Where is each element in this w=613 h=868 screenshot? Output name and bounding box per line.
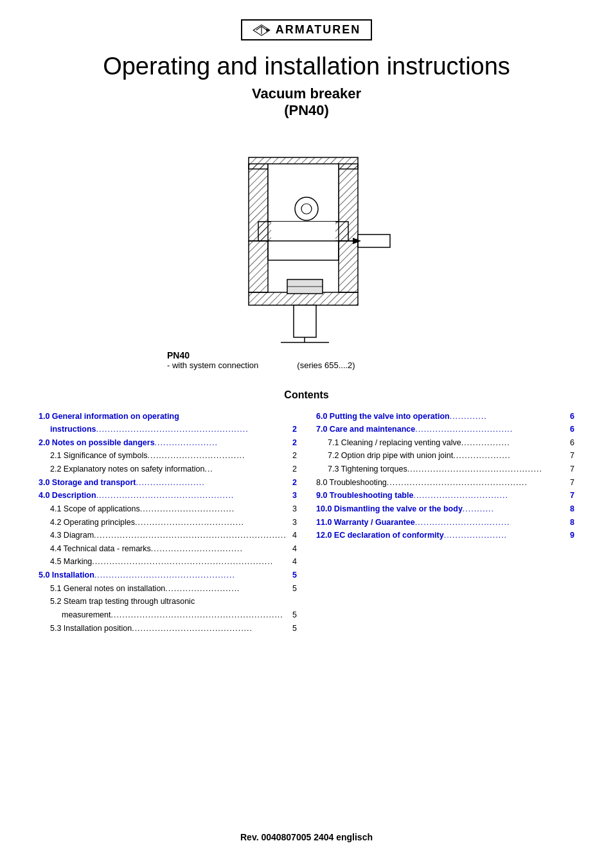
toc-item-12[interactable]: 12.0 EC declaration of conformity ......…	[316, 529, 574, 542]
toc-item-4-2: 4.2 Operating principles ...............…	[39, 516, 297, 529]
toc-dots-7-2: ....................	[453, 449, 565, 463]
toc-label-4: 4.0 Description	[39, 489, 96, 502]
sub-title: Vacuum breaker	[252, 85, 361, 102]
toc-page-7-3: 7	[565, 463, 574, 476]
toc-label-10: 10.0 Dismantling the valve or the body	[316, 502, 463, 516]
toc-label-7-3: 7.3 Tightening torques	[328, 463, 407, 476]
toc-item-2-2: 2.2 Explanatory notes on safety informat…	[39, 463, 297, 476]
toc-dots-9: .................................	[413, 489, 565, 502]
toc-grid: 1.0 General information on operating ins…	[39, 410, 574, 635]
toc-label-2-2: 2.2 Explanatory notes on safety informat…	[50, 463, 204, 476]
toc-page-4-1: 3	[288, 502, 297, 516]
toc-page-4-3: 4	[288, 529, 297, 542]
toc-dots-2-1: ..................................	[147, 449, 288, 463]
toc-dots-8: ........................................…	[387, 476, 565, 490]
svg-rect-18	[294, 305, 316, 337]
toc-page-2-1: 2	[288, 449, 297, 463]
toc-dots-12: ......................	[444, 529, 565, 542]
toc-label-9: 9.0 Troubleshooting table	[316, 489, 413, 502]
product-description: - with system connection (series 655....…	[167, 360, 574, 370]
toc-dots-4: ........................................…	[96, 489, 288, 502]
svg-rect-12	[358, 235, 390, 247]
diagram-area	[210, 138, 403, 344]
toc-page-4-5: 4	[288, 555, 297, 569]
toc-dots-4-2: ......................................	[135, 516, 288, 529]
toc-label-4-5: 4.5 Marking	[50, 555, 92, 569]
toc-label-5: 5.0 Installation	[39, 569, 94, 582]
toc-label-5-1: 5.1 General notes on installation	[50, 582, 165, 596]
toc-item-4-3: 4.3 Diagram ............................…	[39, 529, 297, 542]
toc-page-4-4: 4	[288, 542, 297, 556]
toc-item-3[interactable]: 3.0 Storage and transport ..............…	[39, 476, 297, 490]
toc-label-4-3: 4.3 Diagram	[50, 529, 94, 542]
toc-item-7-2: 7.2 Option drip pipe with union joint ..…	[316, 449, 574, 463]
toc-item-7-3: 7.3 Tightening torques .................…	[316, 463, 574, 476]
toc-dots-7-3: ........................................…	[407, 463, 565, 476]
svg-rect-14	[268, 241, 339, 260]
toc-item-4[interactable]: 4.0 Description ........................…	[39, 489, 297, 502]
sub-title2: (PN40)	[284, 102, 329, 119]
toc-dots-4-4: ................................	[151, 542, 288, 556]
product-diagram	[210, 138, 403, 344]
toc-item-7[interactable]: 7.0 Care and maintenance ...............…	[316, 423, 574, 436]
toc-item-2[interactable]: 2.0 Notes on possible dangers ..........…	[39, 436, 297, 450]
toc-page-9: 7	[565, 489, 574, 502]
toc-item-9[interactable]: 9.0 Troubleshooting table ..............…	[316, 489, 574, 502]
toc-page-4-2: 3	[288, 516, 297, 529]
toc-dots-5-2b: ........................................…	[111, 608, 288, 622]
toc-label-2: 2.0 Notes on possible dangers	[39, 436, 155, 450]
toc-item-1[interactable]: 1.0 General information on operating	[39, 410, 297, 423]
toc-dots-1b: ........................................…	[96, 423, 288, 436]
toc-label-2-1: 2.1 Significance of symbols	[50, 449, 147, 463]
toc-item-5-1: 5.1 General notes on installation ......…	[39, 582, 297, 596]
footer-revision: Rev. 0040807005 2404 englisch	[39, 813, 574, 842]
product-desc-part2: (series 655....2)	[297, 360, 355, 370]
toc-left-col: 1.0 General information on operating ins…	[39, 410, 297, 635]
toc-label-4-1: 4.1 Scope of applications	[50, 502, 140, 516]
toc-label-5-2b: measurement	[62, 608, 111, 622]
toc-page-4: 3	[288, 489, 297, 502]
toc-page-5-2b: 5	[288, 608, 297, 622]
toc-page-8: 7	[565, 476, 574, 490]
toc-item-5-3: 5.3 Installation position ..............…	[39, 622, 297, 635]
toc-right-col: 6.0 Putting the valve into operation ...…	[316, 410, 574, 635]
toc-dots-4-1: .................................	[140, 502, 288, 516]
svg-rect-9	[271, 222, 335, 241]
toc-item-5[interactable]: 5.0 Installation .......................…	[39, 569, 297, 582]
toc-page-7-1: 6	[565, 436, 574, 450]
toc-page-7: 6	[565, 423, 574, 436]
toc-label-7: 7.0 Care and maintenance	[316, 423, 415, 436]
toc-item-8: 8.0 Troubleshooting ....................…	[316, 476, 574, 490]
toc-page-2: 2	[288, 436, 297, 450]
logo-box: ARMATUREN	[241, 19, 373, 40]
toc-page-5-3: 5	[288, 622, 297, 635]
toc-item-7-1: 7.1 Cleaning / replacing venting valve .…	[316, 436, 574, 450]
revision-text: Rev. 0040807005 2404 englisch	[240, 832, 373, 842]
toc-dots-5: ........................................…	[94, 569, 288, 582]
toc-item-6[interactable]: 6.0 Putting the valve into operation ...…	[316, 410, 574, 423]
page: ARMATUREN Operating and installation ins…	[0, 0, 613, 868]
toc-item-10[interactable]: 10.0 Dismantling the valve or the body .…	[316, 502, 574, 516]
toc-dots-4-5: ........................................…	[92, 555, 288, 569]
toc-page-7-2: 7	[565, 449, 574, 463]
toc-label-12: 12.0 EC declaration of conformity	[316, 529, 444, 542]
toc-label-3: 3.0 Storage and transport	[39, 476, 136, 490]
toc-item-4-4: 4.4 Technical data - remarks ...........…	[39, 542, 297, 556]
toc-label-8: 8.0 Troubleshooting	[316, 476, 387, 490]
contents-title: Contents	[39, 389, 574, 401]
toc-dots-2-2: ...	[204, 463, 288, 476]
toc-item-4-5: 4.5 Marking ............................…	[39, 555, 297, 569]
toc-dots-6: .............	[450, 410, 565, 423]
toc-item-11[interactable]: 11.0 Warranty / Guarantee ..............…	[316, 516, 574, 529]
svg-point-11	[301, 204, 312, 214]
svg-rect-16	[339, 241, 358, 292]
toc-item-1b[interactable]: instructions ...........................…	[39, 423, 297, 436]
toc-label-11: 11.0 Warranty / Guarantee	[316, 516, 415, 529]
logo-area: ARMATUREN	[241, 19, 373, 40]
toc-dots-11: .................................	[415, 516, 565, 529]
toc-dots-5-3: ........................................…	[132, 622, 288, 635]
toc-item-4-1: 4.1 Scope of applications ..............…	[39, 502, 297, 516]
toc-item-2-1: 2.1 Significance of symbols ............…	[39, 449, 297, 463]
toc-label-1b: instructions	[50, 423, 96, 436]
main-title: Operating and installation instructions	[103, 52, 510, 82]
